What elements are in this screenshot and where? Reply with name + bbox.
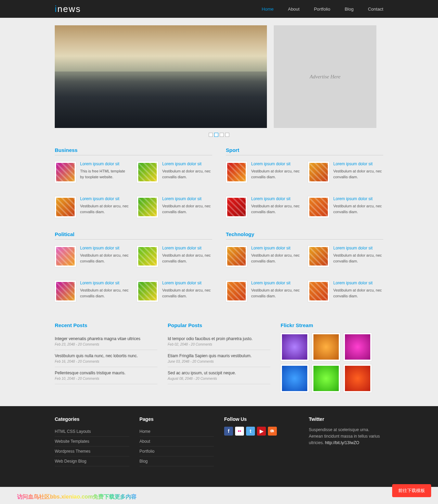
footer-link[interactable]: Website Templates xyxy=(55,439,89,444)
popular-posts-list: Id tempor odio faucibus et proin pharetr… xyxy=(168,333,270,384)
post-thumb[interactable] xyxy=(308,196,329,218)
post-item: Lorem ipsum dolor sitVestibulum at dolor… xyxy=(137,281,212,302)
post-title-link[interactable]: Lorem ipsum dolor sit xyxy=(251,281,301,285)
post-title-link[interactable]: Lorem ipsum dolor sit xyxy=(333,246,383,250)
post-title-link[interactable]: Lorem ipsum dolor sit xyxy=(251,196,301,201)
list-item: Vestibulum quis nulla nunc, nec lobortis… xyxy=(55,350,157,367)
post-title-link[interactable]: Lorem ipsum dolor sit xyxy=(333,161,383,166)
nav-link-home[interactable]: Home xyxy=(262,7,274,12)
post-thumb[interactable] xyxy=(308,246,329,267)
post-excerpt: Vestibulum at dolor arcu, nec convallis … xyxy=(251,203,301,215)
flickr-icon[interactable]: •• xyxy=(235,427,244,436)
hero-slider[interactable] xyxy=(55,25,267,128)
post-thumb[interactable] xyxy=(55,161,76,183)
post-link[interactable]: Integer venenatis pharetra magna vitae u… xyxy=(55,336,140,341)
pager-dot[interactable] xyxy=(225,133,229,137)
flickr-thumb[interactable] xyxy=(344,333,372,361)
post-meta: Feb 02, 2048 - 20 Comments xyxy=(168,343,270,346)
posts-grid: Lorem ipsum dolor sitThis is free HTML t… xyxy=(55,161,212,218)
footer-link[interactable]: Home xyxy=(140,429,151,434)
post-thumb[interactable] xyxy=(55,246,76,267)
flickr-thumb[interactable] xyxy=(344,364,372,392)
list-item: Web Design Blog xyxy=(55,456,129,466)
flickr-thumb[interactable] xyxy=(281,333,309,361)
post-item: Lorem ipsum dolor sitVestibulum at dolor… xyxy=(137,246,212,267)
post-excerpt: Vestibulum at dolor arcu, nec convallis … xyxy=(333,168,383,180)
nav-link-blog[interactable]: Blog xyxy=(345,7,353,12)
post-thumb[interactable] xyxy=(137,246,158,267)
post-link[interactable]: Id tempor odio faucibus et proin pharetr… xyxy=(168,336,253,341)
post-title-link[interactable]: Lorem ipsum dolor sit xyxy=(162,246,212,250)
pager-dot[interactable] xyxy=(209,133,213,137)
section-title: Political xyxy=(55,231,212,240)
tweet-link[interactable]: http://bit.ly/13IwZO xyxy=(325,440,359,445)
footer-link[interactable]: Blog xyxy=(140,459,148,464)
post-thumb[interactable] xyxy=(55,281,76,302)
post-excerpt: Vestibulum at dolor arcu, nec convallis … xyxy=(80,253,130,264)
nav-link-about[interactable]: About xyxy=(288,7,299,12)
post-title-link[interactable]: Lorem ipsum dolor sit xyxy=(333,281,383,285)
footer-link[interactable]: About xyxy=(140,439,150,444)
post-thumb[interactable] xyxy=(137,161,158,183)
post-thumb[interactable] xyxy=(226,161,247,183)
post-link[interactable]: Pellentesque convallis tristique mauris. xyxy=(55,371,126,375)
post-title-link[interactable]: Lorem ipsum dolor sit xyxy=(162,281,212,285)
post-thumb[interactable] xyxy=(55,196,76,218)
post-title-link[interactable]: Lorem ipsum dolor sit xyxy=(251,161,301,166)
pager-dot[interactable] xyxy=(220,133,224,137)
flickr-thumb[interactable] xyxy=(281,364,309,392)
post-thumb[interactable] xyxy=(137,281,158,302)
post-link[interactable]: Vestibulum quis nulla nunc, nec lobortis… xyxy=(55,353,138,358)
post-thumb[interactable] xyxy=(226,246,247,267)
main-nav: HomeAboutPortfolioBlogContact xyxy=(262,7,383,12)
rss-icon[interactable]: ෧ xyxy=(268,427,277,436)
section-technology: TechnologyLorem ipsum dolor sitVestibulu… xyxy=(226,231,383,302)
recent-posts-list: Integer venenatis pharetra magna vitae u… xyxy=(55,333,157,384)
flickr-thumb[interactable] xyxy=(312,364,340,392)
post-title-link[interactable]: Lorem ipsum dolor sit xyxy=(80,196,130,201)
post-title-link[interactable]: Lorem ipsum dolor sit xyxy=(251,246,301,250)
post-title-link[interactable]: Lorem ipsum dolor sit xyxy=(162,196,212,201)
post-thumb[interactable] xyxy=(226,281,247,302)
section-title: Business xyxy=(55,147,212,155)
post-link[interactable]: Etiam Fringilla Sapien quis mauris vesti… xyxy=(168,353,252,358)
nav-link-contact[interactable]: Contact xyxy=(368,7,383,12)
category-sections: BusinessLorem ipsum dolor sitThis is fre… xyxy=(55,147,383,302)
post-link[interactable]: Sed ac arcu ipsum, ut suscipit neque. xyxy=(168,371,236,375)
post-title-link[interactable]: Lorem ipsum dolor sit xyxy=(162,161,212,166)
footer-link[interactable]: Portfolio xyxy=(140,449,155,454)
footer-categories-title: Categories xyxy=(55,416,129,422)
pager-dot[interactable] xyxy=(214,133,218,137)
middle-columns: Recent Posts Integer venenatis pharetra … xyxy=(55,322,383,392)
footer-link[interactable]: Wordpress Themes xyxy=(55,449,90,454)
post-item: Lorem ipsum dolor sitVestibulum at dolor… xyxy=(226,281,301,302)
post-thumb[interactable] xyxy=(308,161,329,183)
flickr-grid xyxy=(281,333,383,392)
post-excerpt: Vestibulum at dolor arcu, nec convallis … xyxy=(80,287,130,299)
post-thumb[interactable] xyxy=(308,281,329,302)
post-meta: August 08, 2048 - 20 Comments xyxy=(168,377,270,380)
download-cta-button[interactable]: 前往下载模板 xyxy=(392,484,431,487)
post-thumb[interactable] xyxy=(137,196,158,218)
recent-posts-col: Recent Posts Integer venenatis pharetra … xyxy=(55,322,157,392)
advertise-box[interactable]: Advertise Here xyxy=(274,25,376,128)
post-title-link[interactable]: Lorem ipsum dolor sit xyxy=(80,246,130,250)
flickr-thumb[interactable] xyxy=(312,333,340,361)
footer-twitter-title: Twitter xyxy=(309,416,384,422)
post-item: Lorem ipsum dolor sitThis is free HTML t… xyxy=(55,161,130,183)
section-sport: SportLorem ipsum dolor sitVestibulum at … xyxy=(226,147,383,218)
post-thumb[interactable] xyxy=(226,196,247,218)
list-item: Id tempor odio faucibus et proin pharetr… xyxy=(168,333,270,350)
footer-link[interactable]: HTML CSS Layouts xyxy=(55,429,91,434)
site-logo[interactable]: inews xyxy=(55,4,81,14)
post-item: Lorem ipsum dolor sitVestibulum at dolor… xyxy=(55,196,130,218)
nav-link-portfolio[interactable]: Portfolio xyxy=(314,7,330,12)
post-item: Lorem ipsum dolor sitVestibulum at dolor… xyxy=(55,281,130,302)
facebook-icon[interactable]: f xyxy=(224,427,233,436)
footer-link[interactable]: Web Design Blog xyxy=(55,459,87,464)
youtube-icon[interactable]: ▶ xyxy=(257,427,266,436)
post-title-link[interactable]: Lorem ipsum dolor sit xyxy=(80,281,130,285)
post-title-link[interactable]: Lorem ipsum dolor sit xyxy=(80,161,130,166)
twitter-icon[interactable]: t xyxy=(246,427,255,436)
post-title-link[interactable]: Lorem ipsum dolor sit xyxy=(333,196,383,201)
